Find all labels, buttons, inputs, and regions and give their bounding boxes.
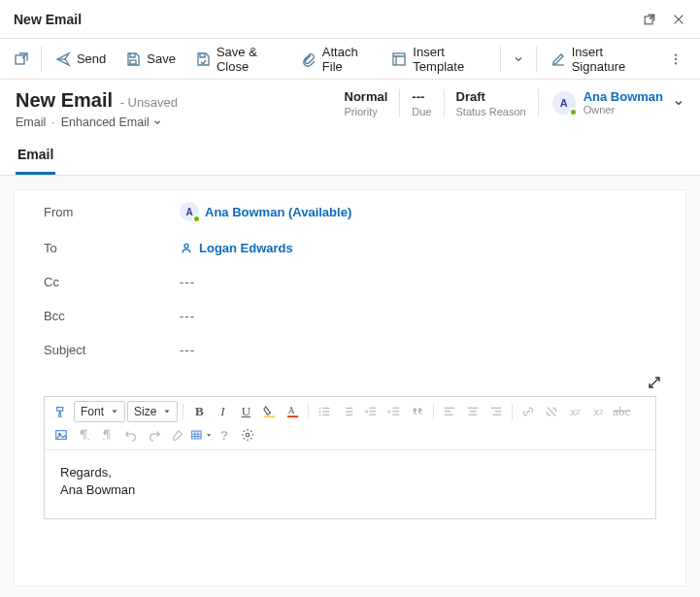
number-list-button[interactable] xyxy=(337,401,358,422)
bold-button[interactable]: B xyxy=(188,401,210,422)
svg-rect-1 xyxy=(16,55,24,64)
overflow-menu-button[interactable] xyxy=(657,47,694,72)
insert-template-button[interactable]: Insert Template xyxy=(382,39,496,80)
font-color-button[interactable]: A xyxy=(282,401,303,422)
bullet-list-button[interactable] xyxy=(314,401,335,422)
popout-icon[interactable] xyxy=(642,12,657,27)
svg-rect-27 xyxy=(445,411,450,412)
header-meta-status[interactable]: Draft Status Reason xyxy=(444,89,538,117)
svg-rect-20 xyxy=(370,408,377,409)
outdent-button[interactable] xyxy=(360,401,382,422)
signature-icon xyxy=(550,51,566,67)
insert-image-button[interactable] xyxy=(50,424,72,446)
editor-body[interactable]: Regards, Ana Bowman xyxy=(45,450,655,518)
svg-rect-26 xyxy=(445,408,455,409)
underline-button[interactable]: U xyxy=(235,401,256,422)
svg-point-6 xyxy=(675,62,677,64)
undo-button[interactable] xyxy=(120,424,142,446)
rtl-button[interactable] xyxy=(97,424,118,446)
highlight-color-button[interactable] xyxy=(258,401,280,422)
save-state: - Unsaved xyxy=(120,95,178,110)
subscript-button[interactable]: x2 xyxy=(587,401,609,422)
quote-icon xyxy=(411,405,424,418)
field-from[interactable]: From A Ana Bowman (Available) xyxy=(15,192,685,231)
svg-rect-22 xyxy=(370,415,377,415)
form-stage: From A Ana Bowman (Available) To Logan E… xyxy=(0,176,700,597)
ltr-icon xyxy=(78,428,91,442)
field-bcc[interactable]: Bcc --- xyxy=(15,299,685,333)
subject-value: --- xyxy=(180,343,656,357)
bullets-icon xyxy=(317,405,331,418)
blockquote-button[interactable] xyxy=(407,401,428,422)
rich-text-editor: Font Size B I U A xyxy=(44,396,656,519)
header-meta-due[interactable]: --- Due xyxy=(399,89,443,117)
outdent-icon xyxy=(364,405,378,418)
clear-format-button[interactable] xyxy=(167,424,188,446)
svg-point-7 xyxy=(184,244,188,248)
svg-rect-15 xyxy=(323,411,330,412)
strikethrough-button[interactable]: abc xyxy=(611,401,632,422)
svg-rect-28 xyxy=(445,415,453,415)
field-subject[interactable]: Subject --- xyxy=(15,333,685,367)
meta-value: --- xyxy=(412,89,431,104)
superscript-button[interactable]: x2 xyxy=(564,401,585,422)
presence-available-icon xyxy=(192,215,201,223)
svg-point-38 xyxy=(246,433,250,437)
tab-email[interactable]: Email xyxy=(16,141,55,175)
unlink-icon xyxy=(545,405,558,418)
save-close-button[interactable]: Save & Close xyxy=(185,39,291,80)
align-right-icon xyxy=(489,405,503,418)
to-value: Logan Edwards xyxy=(199,241,293,255)
chevron-down-icon xyxy=(152,117,162,127)
table-icon xyxy=(190,428,203,442)
window-controls xyxy=(642,12,686,27)
owner-control[interactable]: A Ana Bowman Owner xyxy=(538,89,684,116)
redo-icon xyxy=(148,428,161,442)
editor-settings-button[interactable] xyxy=(237,424,258,446)
indent-button[interactable] xyxy=(383,401,405,422)
caret-down-icon xyxy=(111,408,118,415)
insert-signature-button[interactable]: Insert Signature xyxy=(541,39,657,80)
insert-table-button[interactable] xyxy=(190,424,212,446)
form-card: From A Ana Bowman (Available) To Logan E… xyxy=(14,189,686,586)
gear-icon xyxy=(241,428,254,442)
send-button[interactable]: Send xyxy=(46,46,116,73)
form-selector-label: Enhanced Email xyxy=(61,116,150,129)
template-icon xyxy=(391,51,407,67)
svg-point-4 xyxy=(675,53,677,55)
save-button[interactable]: Save xyxy=(116,46,185,73)
unlink-button[interactable] xyxy=(541,401,562,422)
send-label: Send xyxy=(77,51,106,66)
link-button[interactable] xyxy=(517,401,539,422)
font-size-select[interactable]: Size xyxy=(127,401,178,422)
format-painter-button[interactable] xyxy=(50,401,72,422)
form-selector[interactable]: Enhanced Email xyxy=(61,116,162,129)
italic-button[interactable]: I xyxy=(212,401,233,422)
close-icon[interactable] xyxy=(671,12,686,27)
svg-rect-25 xyxy=(393,415,400,415)
attach-file-button[interactable]: Attach File xyxy=(291,39,383,80)
paperclip-icon xyxy=(301,51,317,67)
cc-label: Cc xyxy=(44,275,180,289)
accessibility-help-button[interactable]: ? xyxy=(214,424,235,446)
svg-rect-30 xyxy=(470,411,477,412)
chevron-down-icon xyxy=(673,97,684,109)
header-meta-priority[interactable]: Normal Priority xyxy=(333,89,400,117)
align-right-button[interactable] xyxy=(485,401,507,422)
ltr-button[interactable] xyxy=(74,424,95,446)
align-left-button[interactable] xyxy=(439,401,460,422)
font-family-select[interactable]: Font xyxy=(74,401,125,422)
field-cc[interactable]: Cc --- xyxy=(15,265,685,299)
subject-label: Subject xyxy=(44,343,180,357)
svg-rect-21 xyxy=(370,411,377,412)
insert-template-dropdown[interactable] xyxy=(505,48,532,71)
open-record-button[interactable] xyxy=(6,46,37,73)
field-to[interactable]: To Logan Edwards xyxy=(15,231,685,265)
send-icon xyxy=(55,51,71,67)
owner-name: Ana Bowman xyxy=(583,89,663,104)
expand-editor-button[interactable] xyxy=(647,375,666,394)
body-line: Regards, xyxy=(60,464,640,481)
more-vertical-icon xyxy=(669,52,683,66)
align-center-button[interactable] xyxy=(462,401,483,422)
redo-button[interactable] xyxy=(144,424,165,446)
